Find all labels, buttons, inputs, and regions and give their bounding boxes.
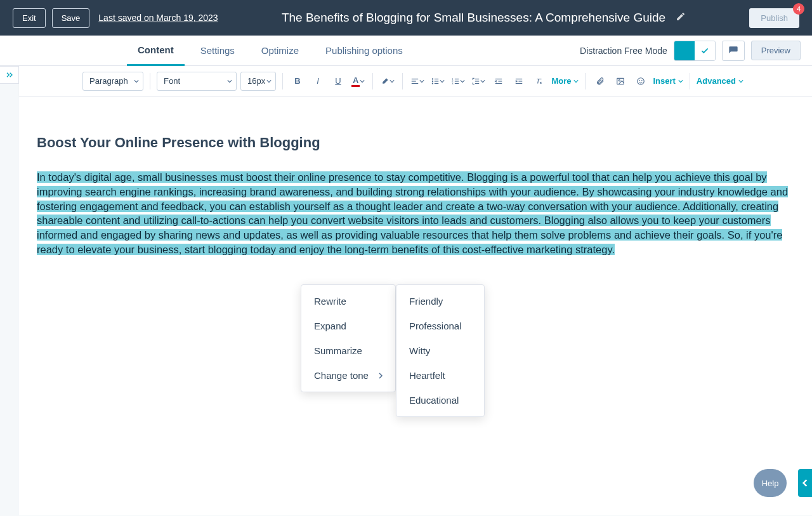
attach-button[interactable] (592, 72, 608, 90)
menu-item-friendly[interactable]: Friendly (396, 289, 492, 314)
caret-down-icon (480, 79, 485, 84)
text-color-button[interactable]: A (350, 76, 366, 87)
tabs: Content Settings Optimize Publishing opt… (127, 36, 414, 66)
outdent-button[interactable] (490, 72, 507, 90)
page-title: The Benefits of Blogging for Small Busin… (282, 11, 665, 25)
numbered-list-button[interactable]: 123 (450, 77, 466, 86)
editor-toolbar: Paragraph Font 16px B I U A (19, 66, 812, 96)
caret-down-icon (266, 79, 272, 84)
edit-title-icon[interactable] (676, 11, 686, 24)
insert-label: Insert (653, 76, 675, 86)
menu-item-professional[interactable]: Professional (396, 314, 492, 338)
side-panel-toggle[interactable] (798, 469, 812, 497)
toggle-on-icon (674, 41, 695, 60)
comments-button[interactable] (722, 41, 745, 61)
preview-button[interactable]: Preview (751, 41, 801, 60)
subbar: Content Settings Optimize Publishing opt… (0, 36, 812, 66)
caret-down-icon (419, 79, 424, 84)
caret-down-icon (440, 79, 445, 84)
size-select-label: 16px (247, 76, 265, 86)
document-heading[interactable]: Boost Your Online Presence with Blogging (37, 135, 794, 151)
caret-down-icon (390, 79, 395, 84)
italic-button[interactable]: I (310, 72, 326, 90)
caret-down-icon (573, 79, 579, 84)
publish-button[interactable]: Publish 4 (749, 8, 799, 28)
selected-text: In today's digital age, small businesses… (37, 171, 788, 255)
chevron-right-icon (377, 370, 384, 381)
svg-point-27 (639, 80, 640, 81)
expand-sidebar-button[interactable] (0, 66, 19, 84)
indent-button[interactable] (511, 72, 527, 90)
caret-down-icon (134, 79, 139, 84)
svg-point-7 (433, 83, 433, 83)
tab-publishing-options[interactable]: Publishing options (315, 36, 414, 66)
paragraph-select-label: Paragraph (89, 76, 128, 86)
font-select[interactable]: Font (157, 72, 237, 91)
menu-item-change-tone[interactable]: Change tone (301, 363, 396, 388)
align-button[interactable] (409, 77, 426, 86)
size-select[interactable]: 16px (240, 72, 276, 91)
distraction-free-label: Distraction Free Mode (580, 46, 667, 56)
exit-button[interactable]: Exit (13, 8, 46, 28)
document-paragraph[interactable]: In today's digital age, small businesses… (37, 170, 794, 257)
publish-label: Publish (761, 13, 788, 23)
distraction-free-toggle[interactable] (674, 41, 716, 61)
bold-button[interactable]: B (289, 72, 306, 90)
line-height-button[interactable] (470, 77, 487, 86)
toggle-off-icon (695, 41, 715, 60)
menu-item-witty[interactable]: Witty (396, 338, 492, 363)
underline-button[interactable]: U (330, 72, 346, 90)
svg-point-3 (433, 78, 433, 79)
menu-item-educational[interactable]: Educational (396, 388, 492, 413)
caret-down-icon (460, 79, 465, 84)
caret-down-icon (678, 79, 683, 84)
advanced-dropdown[interactable]: Advanced (697, 76, 743, 86)
insert-dropdown[interactable]: Insert (653, 76, 683, 86)
svg-point-5 (433, 81, 433, 81)
tab-content[interactable]: Content (127, 36, 185, 66)
last-saved-link[interactable]: Last saved on March 19, 2023 (98, 13, 218, 23)
tab-settings[interactable]: Settings (190, 36, 246, 66)
svg-point-25 (619, 79, 620, 81)
menu-item-expand[interactable]: Expand (301, 314, 396, 338)
more-dropdown[interactable]: More (551, 76, 579, 86)
caret-down-icon (360, 79, 365, 84)
caret-down-icon (227, 79, 232, 84)
clear-formatting-button[interactable] (531, 72, 547, 90)
tone-submenu: Friendly Professional Witty Heartfelt Ed… (396, 284, 485, 417)
menu-item-heartfelt[interactable]: Heartfelt (396, 363, 492, 388)
menu-item-change-tone-label: Change tone (314, 370, 369, 381)
caret-down-icon (738, 79, 743, 84)
help-button[interactable]: Help (754, 469, 787, 497)
paragraph-select[interactable]: Paragraph (82, 72, 143, 91)
image-button[interactable] (612, 72, 629, 90)
svg-text:3: 3 (452, 81, 454, 84)
menu-item-summarize[interactable]: Summarize (301, 338, 396, 363)
topbar: Exit Save Last saved on March 19, 2023 T… (0, 0, 812, 36)
bullet-list-button[interactable] (429, 77, 446, 86)
highlight-button[interactable] (379, 77, 396, 86)
tab-optimize[interactable]: Optimize (251, 36, 310, 66)
publish-badge: 4 (793, 3, 804, 15)
menu-item-rewrite[interactable]: Rewrite (301, 289, 396, 314)
emoji-button[interactable] (632, 72, 649, 90)
save-button[interactable]: Save (52, 8, 90, 28)
svg-point-28 (642, 80, 643, 81)
font-select-label: Font (164, 76, 180, 86)
advanced-label: Advanced (697, 76, 736, 86)
svg-point-26 (638, 77, 645, 84)
more-label: More (551, 76, 571, 86)
ai-actions-menu: Rewrite Expand Summarize Change tone (301, 284, 396, 392)
